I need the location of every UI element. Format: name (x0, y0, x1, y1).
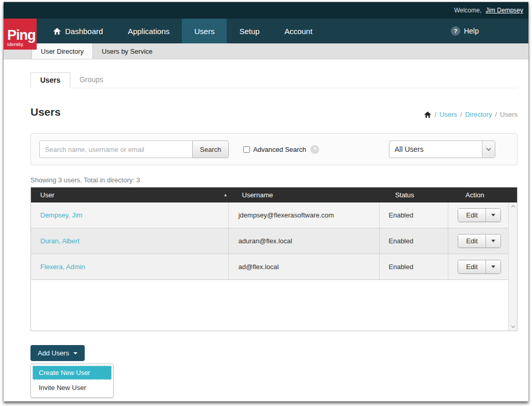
add-users-label: Add Users (38, 349, 69, 357)
help-question-icon: ? (451, 26, 460, 36)
nav-item-users[interactable]: Users (182, 19, 227, 43)
app-window: Welcome, Jim Dempsey Ping Identity. Dash… (4, 2, 528, 401)
tab-label: Groups (80, 75, 103, 84)
caret-down-icon (73, 352, 77, 354)
user-name-link[interactable]: Dempsey, Jim (40, 211, 82, 219)
select-chevron-box (482, 141, 495, 158)
screenshot-canvas: Welcome, Jim Dempsey Ping Identity. Dash… (0, 0, 532, 406)
user-filter-select[interactable]: All Users (389, 140, 495, 158)
nav-item-account[interactable]: Account (272, 19, 325, 43)
nav-label: Applications (128, 27, 169, 36)
status-cell: Enabled (389, 211, 414, 219)
table-row: Flexera, Admin ad@flex.local Enabled Edi… (31, 254, 508, 280)
help-label: Help (464, 27, 479, 35)
tab-label: Users by Service (102, 48, 152, 55)
status-cell: Enabled (389, 263, 414, 271)
table-scrollbar[interactable] (508, 202, 517, 331)
search-button[interactable]: Search (192, 140, 229, 158)
filter-selected-value: All Users (389, 145, 482, 153)
tab-user-directory[interactable]: User Directory (32, 43, 93, 59)
table-header: User ▲ Username Status Action (31, 188, 517, 202)
add-users-button[interactable]: Add Users (30, 345, 85, 361)
menu-item-invite-new-user[interactable]: Invite New User (33, 380, 112, 396)
edit-button[interactable]: Edit (458, 209, 485, 222)
edit-button[interactable]: Edit (458, 235, 485, 247)
tab-label: User Directory (41, 48, 84, 55)
edit-dropdown-toggle[interactable] (486, 235, 500, 247)
welcome-label: Welcome, (454, 7, 481, 14)
ping-identity-logo[interactable]: Ping Identity. (4, 19, 37, 50)
home-icon (53, 28, 61, 35)
advanced-search-help-icon[interactable]: ? (310, 145, 319, 154)
username-cell: ad@flex.local (238, 263, 278, 271)
caret-down-icon (491, 214, 495, 216)
caret-down-icon (491, 266, 495, 268)
menu-item-create-new-user[interactable]: Create New User (33, 366, 112, 380)
main-content: Users Groups Users / Users / Directory (4, 59, 528, 401)
logo-brand-text: Ping (7, 29, 34, 41)
username-cell: jdempsey@flexerasoftware.com (238, 211, 334, 219)
users-table: User ▲ Username Status Action Dem (30, 187, 518, 331)
nav-item-dashboard[interactable]: Dashboard (41, 19, 115, 43)
column-header-user[interactable]: User ▲ (31, 191, 233, 199)
breadcrumb-link-directory[interactable]: Directory (465, 111, 492, 118)
advanced-search-label: Advanced Search (253, 146, 306, 153)
table-row: Duran, Albert aduran@flex.local Enabled … (31, 228, 508, 254)
page-title: Users (30, 106, 60, 118)
scroll-down-icon[interactable] (511, 325, 515, 328)
status-cell: Enabled (389, 237, 414, 245)
edit-split-button: Edit (458, 260, 500, 274)
column-header-action: Action (456, 191, 517, 199)
nav-label: Users (194, 27, 214, 36)
user-name-link[interactable]: Duran, Albert (40, 237, 80, 245)
scroll-up-icon[interactable] (511, 205, 515, 208)
advanced-search-checkbox[interactable] (243, 146, 250, 153)
search-panel: Search Advanced Search ? All Users (30, 133, 518, 165)
add-users-menu: Create New User Invite New User (30, 364, 114, 398)
nav-item-applications[interactable]: Applications (115, 19, 182, 43)
breadcrumb-home-icon[interactable] (424, 112, 431, 118)
nav-label: Dashboard (65, 27, 103, 36)
column-header-username[interactable]: Username (233, 191, 386, 199)
table-body: Dempsey, Jim jdempsey@flexerasoftware.co… (31, 202, 508, 331)
edit-dropdown-toggle[interactable] (486, 260, 500, 273)
nav-item-setup[interactable]: Setup (227, 19, 272, 43)
tab-groups[interactable]: Groups (70, 72, 113, 88)
top-welcome-bar: Welcome, Jim Dempsey (4, 2, 528, 19)
logo-subbrand-text: Identity. (7, 41, 34, 47)
nav-help[interactable]: ? Help (451, 19, 528, 43)
nav-label: Setup (239, 27, 259, 36)
tab-label: Users (40, 76, 60, 84)
breadcrumb-separator: / (434, 111, 436, 118)
sort-ascending-icon[interactable]: ▲ (224, 193, 228, 197)
nav-label: Account (285, 27, 312, 36)
breadcrumb-separator: / (460, 111, 462, 118)
results-summary: Showing 3 users. Total in directory: 3 (30, 176, 518, 184)
advanced-search-control: Advanced Search ? (243, 145, 319, 154)
table-row: Dempsey, Jim jdempsey@flexerasoftware.co… (31, 202, 508, 228)
section-tabs: User Directory Users by Service (4, 43, 528, 59)
column-header-status[interactable]: Status (386, 191, 456, 199)
breadcrumb: / Users / Directory / Users (424, 111, 518, 118)
directory-tabs: Users Groups (30, 72, 518, 88)
user-name-link[interactable]: Flexera, Admin (40, 263, 85, 271)
chevron-down-icon (486, 148, 491, 151)
username-cell: aduran@flex.local (238, 237, 292, 245)
current-user-link[interactable]: Jim Dempsey (486, 7, 523, 14)
title-row: Users / Users / Directory / Users (30, 106, 518, 118)
edit-dropdown-toggle[interactable] (486, 209, 500, 222)
breadcrumb-link-users[interactable]: Users (440, 111, 457, 118)
tab-users[interactable]: Users (30, 72, 70, 88)
edit-split-button: Edit (458, 208, 500, 222)
tab-users-by-service[interactable]: Users by Service (93, 43, 161, 59)
breadcrumb-separator: / (495, 111, 497, 118)
edit-button[interactable]: Edit (458, 260, 485, 273)
main-nav: Ping Identity. Dashboard Applications Us… (4, 19, 528, 43)
search-input-group: Search (39, 140, 229, 158)
caret-down-icon (491, 240, 495, 242)
edit-split-button: Edit (458, 234, 500, 248)
breadcrumb-current: Users (500, 111, 518, 118)
search-input[interactable] (39, 140, 192, 158)
